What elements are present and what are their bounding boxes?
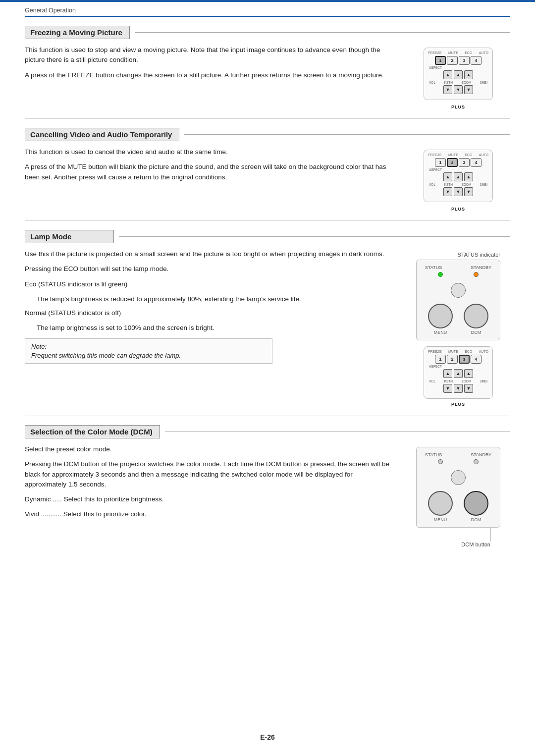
cancelling-remote: FREEZE MUTE ECO AUTO 1 2 3 4 ASPECT xyxy=(424,150,493,202)
remote-btn-c1: 1 xyxy=(435,158,446,167)
cancelling-para2: A press of the MUTE button will blank th… xyxy=(25,162,391,182)
standby-dot-orange xyxy=(474,272,479,277)
lamp-para3-body: The lamp’s brightness is reduced to appr… xyxy=(25,294,391,304)
color-menu-label: MENU xyxy=(434,517,447,522)
lamp-remote-down-arrows: ▼ ▼ ▼ xyxy=(428,384,488,393)
l-arrow-up-left: ▲ xyxy=(443,369,452,378)
page-footer: E-26 xyxy=(0,733,535,741)
status-dot-green xyxy=(438,272,443,277)
cancelling-image-col: FREEZE MUTE ECO AUTO 1 2 3 4 ASPECT xyxy=(406,147,510,212)
remote-btn-l1: 1 xyxy=(435,355,446,364)
lamp-para2: Pressing the ECO button will set the lam… xyxy=(25,264,391,274)
lamp-panel-status-labels: STATUS STANDBY xyxy=(423,265,494,270)
section-cancelling-line xyxy=(184,134,510,135)
cancelling-remote-labels2: ASPECT xyxy=(428,168,488,171)
remote-btn-c2: 2 xyxy=(447,158,458,167)
section-color-title: Selection of the Color Mode (DCM) xyxy=(25,425,160,438)
remote-btn-1: 1 xyxy=(435,56,446,65)
color-status-dot xyxy=(438,459,443,464)
cancelling-remote-nums: 1 2 3 4 xyxy=(428,158,488,167)
remote-btn-3: 3 xyxy=(459,56,470,65)
page-header: General Operation xyxy=(25,7,76,14)
remote-btn-l3: 3 xyxy=(459,355,470,364)
c-arrow-dn-right: ▼ xyxy=(464,187,473,196)
freezing-para1: This function is used to stop and view a… xyxy=(25,45,391,65)
lamp-dcm-col: DCM xyxy=(464,304,488,335)
freezing-remote-arrows: ▲ ▲ ▲ xyxy=(428,70,488,79)
color-panel-circle-row xyxy=(423,468,494,487)
cancelling-para1: This function is used to cancel the vide… xyxy=(25,147,391,157)
cancelling-remote-top-labels: FREEZE MUTE ECO AUTO xyxy=(428,153,488,157)
color-para4: Vivid ........... Select this to priorit… xyxy=(25,509,391,519)
main-content: Freezing a Moving Picture This function … xyxy=(0,26,535,547)
c-arrow-up-right: ▲ xyxy=(464,172,473,181)
color-dcm-col: DCM xyxy=(464,491,488,522)
lamp-note-title: Note: xyxy=(31,343,266,350)
arrow-up-mid: ▲ xyxy=(454,70,463,79)
section-lamp-header: Lamp Mode xyxy=(25,230,510,243)
l-arrow-dn-mid: ▼ xyxy=(454,384,463,393)
color-status-label: STATUS xyxy=(425,452,442,457)
l-arrow-dn-left: ▼ xyxy=(443,384,452,393)
bottom-divider xyxy=(25,726,510,726)
color-para3: Dynamic ..... Select this to prioritize … xyxy=(25,494,391,504)
section-cancelling-header: Cancelling Video and Audio Temporarily xyxy=(25,128,510,141)
lamp-menu-col: MENU xyxy=(428,304,453,335)
c-arrow-dn-mid: ▼ xyxy=(454,187,463,196)
cancelling-remote-down-arrows: ▼ ▼ ▼ xyxy=(428,187,488,196)
remote-btn-4: 4 xyxy=(471,56,482,65)
l-arrow-up-right: ▲ xyxy=(464,369,473,378)
color-panel-dots xyxy=(423,459,494,464)
lamp-note-box: Note: Frequent switching this mode can d… xyxy=(25,338,272,364)
remote-btn-2: 2 xyxy=(447,56,458,65)
section-freezing-line xyxy=(135,32,510,33)
cancelling-remote-labels3: VOL KSTN ZOOM 3MBI xyxy=(428,183,488,186)
arrow-dn-left: ▼ xyxy=(443,85,452,94)
status-indicator-label-wrapper: STATUS indicator STATUS STANDBY xyxy=(416,252,500,340)
remote-btn-c4: 4 xyxy=(471,158,482,167)
l-arrow-up-mid: ▲ xyxy=(454,369,463,378)
lamp-text-col: Use this if the picture is projected on … xyxy=(25,249,396,407)
cancelling-remote-label: PLUS xyxy=(451,207,465,212)
lamp-para3-title: Eco (STATUS indicator is lit green) xyxy=(25,279,391,289)
lamp-remote-top-labels: FREEZE MUTE ECO AUTO xyxy=(428,350,488,353)
section-freezing-header: Freezing a Moving Picture xyxy=(25,26,510,39)
color-para1: Select the preset color mode. xyxy=(25,444,391,454)
freezing-remote-labels3: VOL KSTN ZOOM 3MBI xyxy=(428,81,488,84)
lamp-panel-box: STATUS STANDBY xyxy=(416,260,500,340)
lamp-menu-label: MENU xyxy=(434,330,447,335)
lamp-menu-btn xyxy=(428,304,453,328)
lamp-dcm-label: DCM xyxy=(471,330,482,335)
arrow-up-right: ▲ xyxy=(464,70,473,79)
section-lamp-title: Lamp Mode xyxy=(25,230,114,243)
section-color-line xyxy=(165,432,510,432)
divider-3 xyxy=(25,416,510,416)
remote-btn-l4: 4 xyxy=(471,355,482,364)
section-lamp-line xyxy=(119,236,510,237)
status-indicator-label: STATUS indicator xyxy=(416,252,500,258)
freezing-remote-top-labels: FREEZE MUTE ECO AUTO xyxy=(428,51,488,54)
section-cancelling-title: Cancelling Video and Audio Temporarily xyxy=(25,128,179,141)
lamp-note-text: Frequent switching this mode can degrade… xyxy=(31,352,266,359)
lamp-remote-nums: 1 2 3 4 xyxy=(428,355,488,364)
divider-1 xyxy=(25,118,510,119)
color-standby-label: STANDBY xyxy=(471,452,491,457)
color-menu-col: MENU xyxy=(428,491,453,522)
cancelling-text-col: This function is used to cancel the vide… xyxy=(25,147,396,212)
color-para2: Pressing the DCM button of the projector… xyxy=(25,459,391,489)
section-freezing-title: Freezing a Moving Picture xyxy=(25,26,130,39)
color-text-col: Select the preset color mode. Pressing t… xyxy=(25,444,396,547)
color-panel-big-btns: MENU DCM xyxy=(423,491,494,522)
page-wrapper: General Operation Freezing a Moving Pict… xyxy=(0,0,535,756)
color-image-col: STATUS STANDBY xyxy=(406,444,510,547)
section-lamp-body: Use this if the picture is projected on … xyxy=(25,249,510,407)
lamp-panel-dots xyxy=(423,272,494,277)
lamp-para4-body: The lamp brightness is set to 100% and t… xyxy=(25,323,391,333)
color-panel-wrapper: STATUS STANDBY xyxy=(416,447,500,547)
status-label: STATUS xyxy=(425,265,442,270)
lamp-panel-small-btn xyxy=(451,283,466,298)
color-standby-dot xyxy=(474,459,479,464)
lamp-remote-arrows: ▲ ▲ ▲ xyxy=(428,369,488,378)
lamp-panel-circle-row xyxy=(423,281,494,300)
lamp-panel-big-btns: MENU DCM xyxy=(423,304,494,335)
